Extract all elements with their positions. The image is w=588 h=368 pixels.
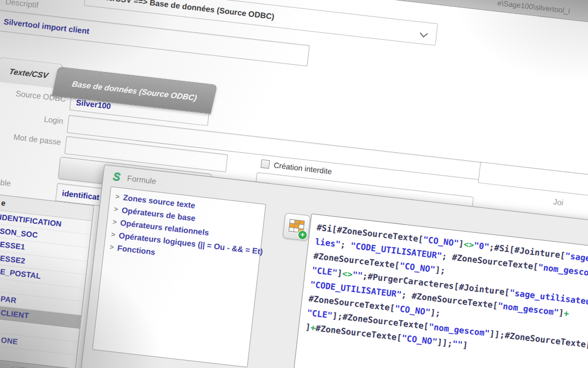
formula-dialog-titlebar: S Formule bbox=[110, 170, 157, 187]
field-list[interactable]: eIDENTIFICATIONSON_SOCESSE1ESSE2E_POSTAL… bbox=[0, 190, 94, 368]
window-title-path: e\Sage100\silvertool_i bbox=[497, 0, 571, 15]
login-label: Login bbox=[0, 107, 64, 126]
creation-interdite-label: Création interdite bbox=[273, 161, 333, 176]
footer-button-1[interactable] bbox=[8, 366, 53, 368]
formula-dialog-title: Formule bbox=[127, 173, 157, 186]
formula-code-editor[interactable]: #Si[#ZoneSourceTexte["CO_NO"]<>"0";#Si[#… bbox=[287, 214, 588, 368]
silvertool-logo-icon: S bbox=[110, 170, 123, 183]
right-side-input[interactable] bbox=[478, 162, 588, 205]
creation-interdite-checkbox[interactable] bbox=[261, 159, 270, 169]
tree-expand-icon[interactable]: > bbox=[114, 205, 119, 214]
insert-jointure-button[interactable]: + bbox=[282, 213, 310, 241]
function-tree[interactable]: >Zones source texte>Opérateurs de base>O… bbox=[92, 187, 266, 367]
formula-dialog: S Formule >Zones source texte>Opérateurs… bbox=[76, 164, 588, 368]
password-label: Mot de passe bbox=[0, 128, 61, 147]
tree-expand-icon[interactable]: > bbox=[115, 192, 120, 201]
app-window: e\Sage100\silvertool_i Descriptif Texte/… bbox=[0, 0, 588, 368]
jointures-label: Joi bbox=[553, 197, 564, 207]
add-plus-icon: + bbox=[298, 230, 307, 240]
table-label: Table bbox=[0, 177, 11, 188]
descriptif-label: Descriptif bbox=[5, 0, 39, 10]
tree-expand-icon[interactable]: > bbox=[112, 217, 117, 226]
tree-expand-icon[interactable]: > bbox=[111, 230, 115, 239]
tree-expand-icon[interactable]: > bbox=[109, 243, 114, 251]
